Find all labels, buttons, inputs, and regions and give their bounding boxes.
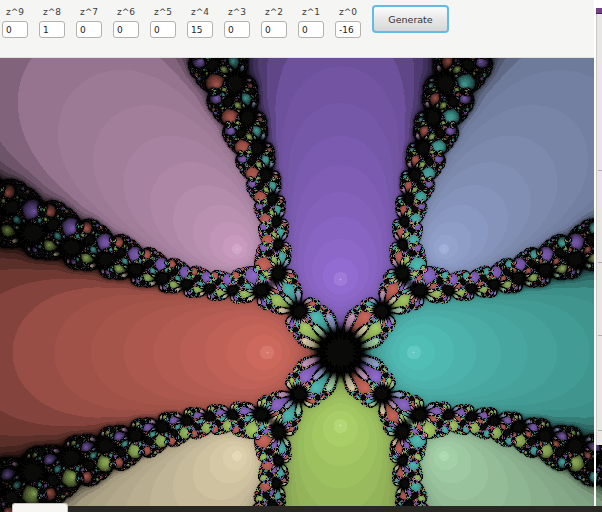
coefficient-toolbar: z^9 z^8 z^7 z^6 z^5 z^4 z^3 z^2 xyxy=(0,0,594,58)
coeff-label-z2: z^2 xyxy=(265,7,283,17)
coeff-label-z6: z^6 xyxy=(117,7,135,17)
panel-tick xyxy=(598,335,602,336)
coeff-field-z0: z^0 xyxy=(335,0,361,38)
coeff-label-z5: z^5 xyxy=(154,7,172,17)
coeff-label-z1: z^1 xyxy=(302,7,320,17)
panel-tick xyxy=(598,262,602,263)
coeff-label-z0: z^0 xyxy=(339,7,357,17)
coeff-input-z6[interactable] xyxy=(113,21,139,38)
coeff-input-z7[interactable] xyxy=(76,21,102,38)
panel-tick xyxy=(598,170,602,171)
panel-tick xyxy=(598,430,602,431)
coeff-label-z4: z^4 xyxy=(191,7,209,17)
coeff-field-z9: z^9 xyxy=(2,0,28,38)
coeff-input-z8[interactable] xyxy=(39,21,65,38)
background-window-panel xyxy=(596,14,602,445)
coeff-input-z0[interactable] xyxy=(335,21,361,38)
coeff-input-z2[interactable] xyxy=(261,21,287,38)
taskbar-tab[interactable] xyxy=(12,503,68,512)
coeff-field-z2: z^2 xyxy=(261,0,287,38)
app-window: z^9 z^8 z^7 z^6 z^5 z^4 z^3 z^2 xyxy=(0,0,602,512)
coeff-field-z1: z^1 xyxy=(298,0,324,38)
coeff-label-z3: z^3 xyxy=(228,7,246,17)
coeff-input-z4[interactable] xyxy=(187,21,213,38)
generate-button[interactable]: Generate xyxy=(372,5,449,33)
coeff-field-z8: z^8 xyxy=(39,0,65,38)
coeff-field-z6: z^6 xyxy=(113,0,139,38)
coeff-label-z8: z^8 xyxy=(43,7,61,17)
coeff-input-z3[interactable] xyxy=(224,21,250,38)
coeff-input-z1[interactable] xyxy=(298,21,324,38)
bottom-dark-bar xyxy=(68,506,602,512)
coeff-label-z7: z^7 xyxy=(80,7,98,17)
coeff-field-z4: z^4 xyxy=(187,0,213,38)
coeff-input-z5[interactable] xyxy=(150,21,176,38)
coeff-field-z7: z^7 xyxy=(76,0,102,38)
background-window-strip xyxy=(596,0,602,512)
coeff-field-z3: z^3 xyxy=(224,0,250,38)
fractal-canvas xyxy=(0,58,602,512)
coeff-label-z9: z^9 xyxy=(6,7,24,17)
coeff-field-z5: z^5 xyxy=(150,0,176,38)
coeff-input-z9[interactable] xyxy=(2,21,28,38)
background-window-top xyxy=(596,0,602,8)
